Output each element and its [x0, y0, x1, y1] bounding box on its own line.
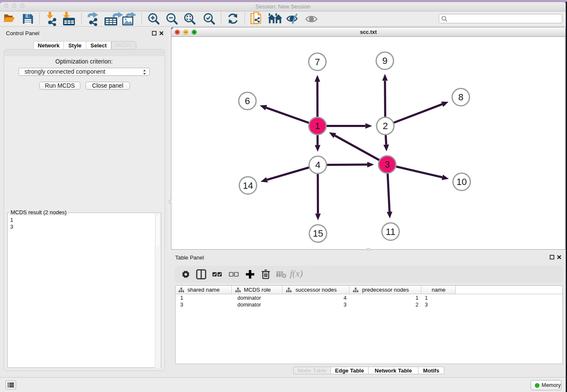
- svg-text:6: 6: [245, 96, 250, 106]
- svg-text:14: 14: [243, 180, 253, 191]
- svg-text:15: 15: [313, 228, 323, 239]
- svg-text:1: 1: [315, 121, 320, 131]
- svg-text:11: 11: [386, 226, 396, 237]
- svg-text:7: 7: [315, 57, 320, 67]
- svg-text:3: 3: [385, 159, 390, 170]
- svg-text:10: 10: [457, 177, 467, 187]
- svg-text:4: 4: [315, 160, 320, 170]
- svg-text:8: 8: [458, 92, 463, 102]
- svg-text:2: 2: [383, 121, 388, 131]
- svg-text:9: 9: [382, 55, 387, 66]
